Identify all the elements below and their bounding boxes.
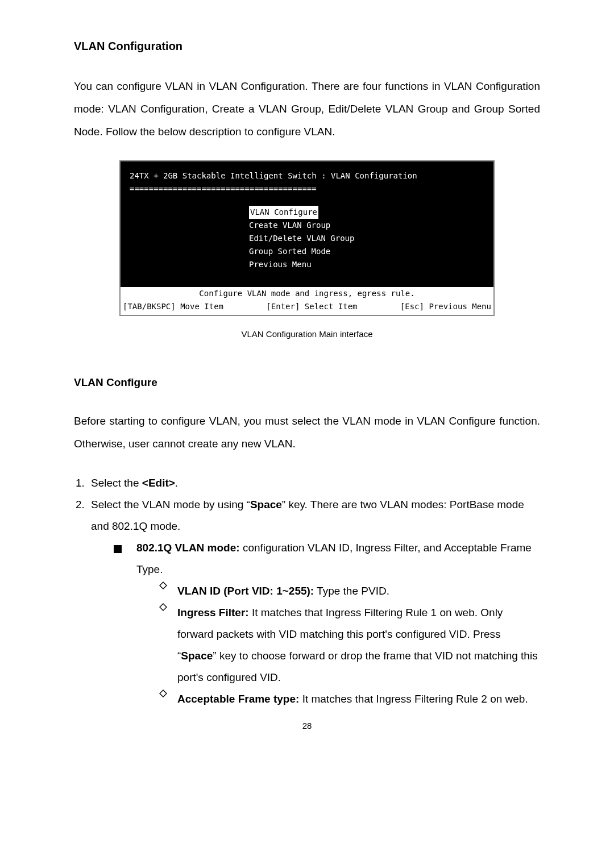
menu-item[interactable]: Edit/Delete VLAN Group — [130, 232, 484, 245]
heading-vlan-configure: VLAN Configure — [74, 371, 540, 394]
step2-pre: Select the VLAN mode by using “ — [91, 499, 250, 510]
terminal-rule: ======================================= — [130, 182, 484, 196]
diamond-item-ingress: Ingress Filter: It matches that Ingress … — [159, 602, 540, 688]
status-key-select: [Enter] Select Item — [266, 300, 357, 313]
mode-bullet-block: 802.1Q VLAN mode: configuration VLAN ID,… — [91, 537, 540, 710]
d2-tail-b: ” key to choose forward or drop the fram… — [177, 650, 538, 683]
d2-title: Ingress Filter: — [177, 607, 249, 618]
status-key-move: [TAB/BKSPC] Move Item — [123, 300, 223, 313]
diamond-list: VLAN ID (Port VID: 1~255): Type the PVID… — [136, 580, 540, 710]
section2-intro: Before starting to configure VLAN, you m… — [74, 410, 540, 455]
diamond-icon — [159, 603, 168, 611]
page-number: 28 — [74, 717, 540, 735]
menu-item-selected[interactable]: VLAN Configure — [130, 206, 484, 219]
heading-vlan-configuration: VLAN Configuration — [74, 34, 540, 58]
mode-bullet-title: 802.1Q VLAN mode: — [136, 542, 240, 554]
terminal-status-bar: Configure VLAN mode and ingress, egress … — [121, 287, 493, 314]
svg-marker-1 — [160, 604, 167, 610]
mode-bullet: 802.1Q VLAN mode: configuration VLAN ID,… — [114, 537, 540, 710]
steps-list: Select the <Edit>. Select the VLAN mode … — [74, 472, 540, 710]
square-bullet-icon — [114, 545, 122, 553]
d1-title: VLAN ID (Port VID: 1~255): — [177, 585, 314, 597]
step1-pre: Select the — [91, 477, 142, 489]
terminal-caption: VLAN Configuration Main interface — [74, 325, 540, 343]
step2-space: Space — [250, 499, 282, 510]
diamond-item-acceptable: Acceptable Frame type: It matches that I… — [159, 688, 540, 710]
step1-edit: <Edit> — [142, 477, 175, 489]
svg-marker-2 — [160, 690, 167, 697]
menu-selected-label: VLAN Configure — [249, 206, 318, 219]
diamond-icon — [159, 582, 168, 589]
diamond-icon — [159, 690, 168, 697]
menu-item[interactable]: Create VLAN Group — [130, 219, 484, 232]
diamond-item-vlan-id: VLAN ID (Port VID: 1~255): Type the PVID… — [159, 580, 540, 602]
menu-item[interactable]: Previous Menu — [130, 258, 484, 271]
step1-post: . — [175, 477, 178, 489]
step-1: Select the <Edit>. — [88, 472, 540, 494]
intro-paragraph: You can configure VLAN in VLAN Configura… — [74, 75, 540, 143]
d3-tail: It matches that Ingress Filtering Rule 2… — [299, 693, 528, 705]
status-key-previous: [Esc] Previous Menu — [400, 300, 491, 313]
d1-tail: Type the PVID. — [314, 585, 389, 597]
terminal-menu: VLAN Configure Create VLAN Group Edit/De… — [130, 206, 484, 271]
step-2: Select the VLAN mode by using “Space” ke… — [88, 494, 540, 710]
svg-marker-0 — [160, 582, 167, 589]
terminal-title: 24TX + 2GB Stackable Intelligent Switch … — [130, 169, 484, 182]
menu-item[interactable]: Group Sorted Mode — [130, 245, 484, 258]
d3-title: Acceptable Frame type: — [177, 693, 299, 705]
d2-space: Space — [181, 650, 213, 662]
terminal-window: 24TX + 2GB Stackable Intelligent Switch … — [119, 160, 495, 316]
status-hint: Configure VLAN mode and ingress, egress … — [121, 287, 493, 300]
